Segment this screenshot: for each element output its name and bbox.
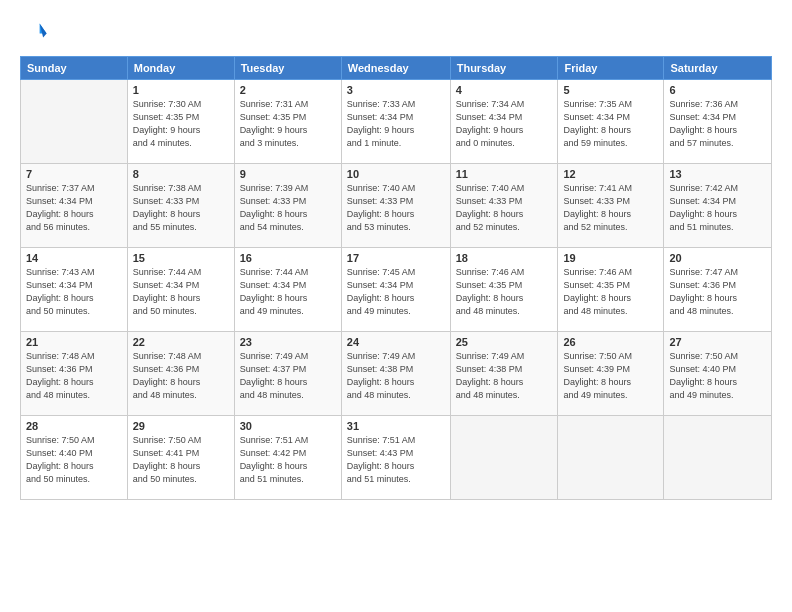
day-cell: 5Sunrise: 7:35 AMSunset: 4:34 PMDaylight… [558, 80, 664, 164]
day-info: Sunrise: 7:37 AMSunset: 4:34 PMDaylight:… [26, 182, 122, 234]
day-info: Sunrise: 7:48 AMSunset: 4:36 PMDaylight:… [133, 350, 229, 402]
day-info: Sunrise: 7:50 AMSunset: 4:40 PMDaylight:… [26, 434, 122, 486]
header [20, 18, 772, 46]
day-cell: 29Sunrise: 7:50 AMSunset: 4:41 PMDayligh… [127, 416, 234, 500]
day-cell: 4Sunrise: 7:34 AMSunset: 4:34 PMDaylight… [450, 80, 558, 164]
day-number: 17 [347, 252, 445, 264]
week-row-1: 1Sunrise: 7:30 AMSunset: 4:35 PMDaylight… [21, 80, 772, 164]
week-row-4: 21Sunrise: 7:48 AMSunset: 4:36 PMDayligh… [21, 332, 772, 416]
day-number: 7 [26, 168, 122, 180]
column-header-wednesday: Wednesday [341, 57, 450, 80]
day-number: 29 [133, 420, 229, 432]
column-header-tuesday: Tuesday [234, 57, 341, 80]
day-info: Sunrise: 7:36 AMSunset: 4:34 PMDaylight:… [669, 98, 766, 150]
day-info: Sunrise: 7:30 AMSunset: 4:35 PMDaylight:… [133, 98, 229, 150]
day-info: Sunrise: 7:38 AMSunset: 4:33 PMDaylight:… [133, 182, 229, 234]
day-cell: 19Sunrise: 7:46 AMSunset: 4:35 PMDayligh… [558, 248, 664, 332]
day-info: Sunrise: 7:47 AMSunset: 4:36 PMDaylight:… [669, 266, 766, 318]
column-header-saturday: Saturday [664, 57, 772, 80]
day-number: 3 [347, 84, 445, 96]
day-cell [21, 80, 128, 164]
day-number: 1 [133, 84, 229, 96]
day-cell: 26Sunrise: 7:50 AMSunset: 4:39 PMDayligh… [558, 332, 664, 416]
day-number: 4 [456, 84, 553, 96]
day-cell: 24Sunrise: 7:49 AMSunset: 4:38 PMDayligh… [341, 332, 450, 416]
day-cell: 22Sunrise: 7:48 AMSunset: 4:36 PMDayligh… [127, 332, 234, 416]
day-cell: 28Sunrise: 7:50 AMSunset: 4:40 PMDayligh… [21, 416, 128, 500]
calendar-header: SundayMondayTuesdayWednesdayThursdayFrid… [21, 57, 772, 80]
day-number: 28 [26, 420, 122, 432]
day-cell: 21Sunrise: 7:48 AMSunset: 4:36 PMDayligh… [21, 332, 128, 416]
day-info: Sunrise: 7:44 AMSunset: 4:34 PMDaylight:… [240, 266, 336, 318]
page: SundayMondayTuesdayWednesdayThursdayFrid… [0, 0, 792, 612]
day-info: Sunrise: 7:50 AMSunset: 4:41 PMDaylight:… [133, 434, 229, 486]
calendar-table: SundayMondayTuesdayWednesdayThursdayFrid… [20, 56, 772, 500]
day-cell: 15Sunrise: 7:44 AMSunset: 4:34 PMDayligh… [127, 248, 234, 332]
day-number: 8 [133, 168, 229, 180]
column-header-monday: Monday [127, 57, 234, 80]
day-cell: 7Sunrise: 7:37 AMSunset: 4:34 PMDaylight… [21, 164, 128, 248]
day-info: Sunrise: 7:35 AMSunset: 4:34 PMDaylight:… [563, 98, 658, 150]
day-info: Sunrise: 7:31 AMSunset: 4:35 PMDaylight:… [240, 98, 336, 150]
day-cell [558, 416, 664, 500]
day-cell: 20Sunrise: 7:47 AMSunset: 4:36 PMDayligh… [664, 248, 772, 332]
day-info: Sunrise: 7:44 AMSunset: 4:34 PMDaylight:… [133, 266, 229, 318]
day-cell: 1Sunrise: 7:30 AMSunset: 4:35 PMDaylight… [127, 80, 234, 164]
day-number: 23 [240, 336, 336, 348]
calendar-body: 1Sunrise: 7:30 AMSunset: 4:35 PMDaylight… [21, 80, 772, 500]
week-row-2: 7Sunrise: 7:37 AMSunset: 4:34 PMDaylight… [21, 164, 772, 248]
day-info: Sunrise: 7:39 AMSunset: 4:33 PMDaylight:… [240, 182, 336, 234]
column-header-thursday: Thursday [450, 57, 558, 80]
day-cell: 8Sunrise: 7:38 AMSunset: 4:33 PMDaylight… [127, 164, 234, 248]
day-number: 6 [669, 84, 766, 96]
day-cell: 31Sunrise: 7:51 AMSunset: 4:43 PMDayligh… [341, 416, 450, 500]
day-info: Sunrise: 7:48 AMSunset: 4:36 PMDaylight:… [26, 350, 122, 402]
day-info: Sunrise: 7:49 AMSunset: 4:38 PMDaylight:… [347, 350, 445, 402]
day-cell: 16Sunrise: 7:44 AMSunset: 4:34 PMDayligh… [234, 248, 341, 332]
day-number: 9 [240, 168, 336, 180]
logo [20, 18, 52, 46]
day-number: 24 [347, 336, 445, 348]
day-number: 31 [347, 420, 445, 432]
day-cell: 27Sunrise: 7:50 AMSunset: 4:40 PMDayligh… [664, 332, 772, 416]
day-cell [450, 416, 558, 500]
day-info: Sunrise: 7:46 AMSunset: 4:35 PMDaylight:… [456, 266, 553, 318]
day-info: Sunrise: 7:42 AMSunset: 4:34 PMDaylight:… [669, 182, 766, 234]
day-cell: 14Sunrise: 7:43 AMSunset: 4:34 PMDayligh… [21, 248, 128, 332]
day-info: Sunrise: 7:46 AMSunset: 4:35 PMDaylight:… [563, 266, 658, 318]
day-cell: 25Sunrise: 7:49 AMSunset: 4:38 PMDayligh… [450, 332, 558, 416]
day-number: 13 [669, 168, 766, 180]
day-cell: 10Sunrise: 7:40 AMSunset: 4:33 PMDayligh… [341, 164, 450, 248]
day-cell: 13Sunrise: 7:42 AMSunset: 4:34 PMDayligh… [664, 164, 772, 248]
day-cell: 23Sunrise: 7:49 AMSunset: 4:37 PMDayligh… [234, 332, 341, 416]
day-cell: 17Sunrise: 7:45 AMSunset: 4:34 PMDayligh… [341, 248, 450, 332]
column-header-sunday: Sunday [21, 57, 128, 80]
day-info: Sunrise: 7:49 AMSunset: 4:37 PMDaylight:… [240, 350, 336, 402]
day-number: 19 [563, 252, 658, 264]
day-info: Sunrise: 7:40 AMSunset: 4:33 PMDaylight:… [456, 182, 553, 234]
column-header-friday: Friday [558, 57, 664, 80]
day-number: 21 [26, 336, 122, 348]
day-number: 12 [563, 168, 658, 180]
week-row-3: 14Sunrise: 7:43 AMSunset: 4:34 PMDayligh… [21, 248, 772, 332]
day-number: 27 [669, 336, 766, 348]
day-info: Sunrise: 7:43 AMSunset: 4:34 PMDaylight:… [26, 266, 122, 318]
day-number: 22 [133, 336, 229, 348]
day-info: Sunrise: 7:49 AMSunset: 4:38 PMDaylight:… [456, 350, 553, 402]
logo-icon [20, 18, 48, 46]
day-cell: 2Sunrise: 7:31 AMSunset: 4:35 PMDaylight… [234, 80, 341, 164]
day-number: 26 [563, 336, 658, 348]
day-info: Sunrise: 7:40 AMSunset: 4:33 PMDaylight:… [347, 182, 445, 234]
day-number: 16 [240, 252, 336, 264]
week-row-5: 28Sunrise: 7:50 AMSunset: 4:40 PMDayligh… [21, 416, 772, 500]
day-cell: 9Sunrise: 7:39 AMSunset: 4:33 PMDaylight… [234, 164, 341, 248]
day-info: Sunrise: 7:50 AMSunset: 4:39 PMDaylight:… [563, 350, 658, 402]
day-number: 2 [240, 84, 336, 96]
day-info: Sunrise: 7:41 AMSunset: 4:33 PMDaylight:… [563, 182, 658, 234]
day-info: Sunrise: 7:50 AMSunset: 4:40 PMDaylight:… [669, 350, 766, 402]
day-number: 20 [669, 252, 766, 264]
day-cell: 30Sunrise: 7:51 AMSunset: 4:42 PMDayligh… [234, 416, 341, 500]
day-number: 5 [563, 84, 658, 96]
day-number: 30 [240, 420, 336, 432]
day-info: Sunrise: 7:45 AMSunset: 4:34 PMDaylight:… [347, 266, 445, 318]
